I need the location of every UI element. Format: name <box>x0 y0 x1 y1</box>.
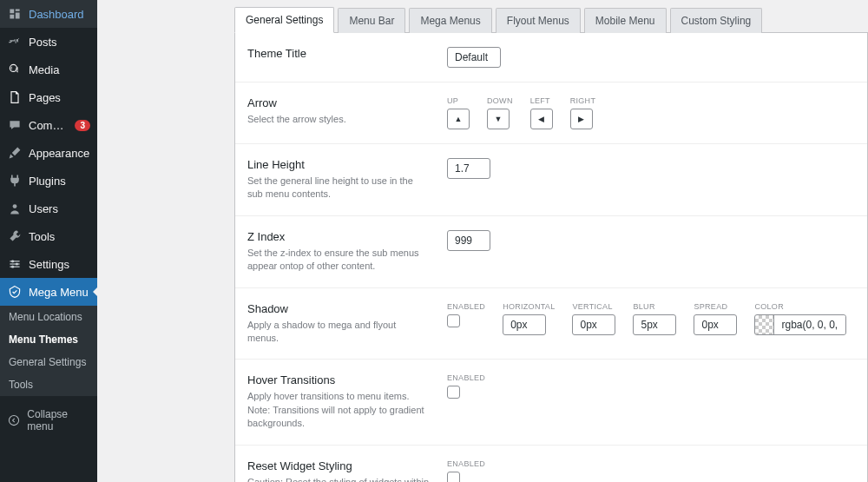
shadow-enabled-checkbox[interactable] <box>447 314 460 327</box>
shadow-blur-input[interactable] <box>633 314 676 335</box>
tab-mega-menus[interactable]: Mega Menus <box>409 8 491 33</box>
field-label: SPREAD <box>694 302 737 311</box>
sidebar-item-label: Dashboard <box>29 8 90 21</box>
sidebar-item-appearance[interactable]: Appearance <box>0 139 97 167</box>
row-title: Theme Title <box>247 47 430 60</box>
settings-panel: Theme Title Arrow Select the arrow style… <box>234 32 868 482</box>
sidebar-item-settings[interactable]: Settings <box>0 250 97 278</box>
row-title: Line Height <box>247 158 430 171</box>
row-desc: Set the general line height to use in th… <box>247 175 430 201</box>
tab-mobile-menu[interactable]: Mobile Menu <box>584 8 667 33</box>
hover-enabled-checkbox[interactable] <box>447 386 460 399</box>
field-label: COLOR <box>754 302 846 311</box>
sidebar-item-label: Pages <box>29 91 90 104</box>
tab-custom-styling[interactable]: Custom Styling <box>670 8 763 33</box>
row-title: Hover Transitions <box>247 373 430 386</box>
field-label: ENABLED <box>447 459 485 468</box>
comments-badge: 3 <box>75 120 90 131</box>
sidebar-item-label: Tools <box>29 230 90 243</box>
admin-sidebar: Dashboard Posts Media Pages Comments 3 A… <box>0 0 97 482</box>
svg-point-8 <box>10 415 19 425</box>
brush-icon <box>7 145 23 161</box>
megamenu-icon <box>7 284 23 300</box>
sidebar-item-tools[interactable]: Tools <box>0 222 97 250</box>
row-title: Shadow <box>247 302 430 315</box>
settings-icon <box>7 256 23 272</box>
sidebar-item-label: Posts <box>29 36 90 49</box>
collapse-icon <box>7 413 21 428</box>
row-desc: Apply hover transitions to menu items. N… <box>247 390 430 430</box>
row-desc: Apply a shadow to mega and flyout menus. <box>247 319 430 346</box>
field-label: LEFT <box>530 96 553 105</box>
media-icon <box>7 62 23 77</box>
arrow-down-button[interactable]: ▼ <box>487 109 510 129</box>
sidebar-item-users[interactable]: Users <box>0 195 97 222</box>
sidebar-item-label: Plugins <box>29 175 90 188</box>
shadow-spread-input[interactable] <box>694 314 737 335</box>
svg-point-6 <box>16 262 18 265</box>
theme-title-input[interactable] <box>447 47 501 68</box>
submenu-item-locations[interactable]: Menu Locations <box>0 306 97 328</box>
arrow-up-button[interactable]: ▲ <box>447 109 470 129</box>
row-title: Arrow <box>247 96 430 109</box>
row-line-height: Line Height Set the general line height … <box>235 144 867 216</box>
shadow-color-input[interactable] <box>774 315 845 334</box>
sidebar-item-label: Settings <box>29 258 90 271</box>
plugin-icon <box>7 173 23 188</box>
row-theme-title: Theme Title <box>235 33 867 83</box>
field-label: RIGHT <box>570 96 596 105</box>
collapse-menu-button[interactable]: Collapse menu <box>0 401 97 439</box>
row-desc: Select the arrow styles. <box>247 113 430 126</box>
pin-icon <box>7 34 23 50</box>
sidebar-item-label: Appearance <box>29 147 90 160</box>
sidebar-item-plugins[interactable]: Plugins <box>0 167 97 195</box>
tab-flyout-menus[interactable]: Flyout Menus <box>496 8 581 33</box>
comment-icon <box>7 117 23 133</box>
row-desc: Caution: Reset the styling of widgets wi… <box>247 476 430 482</box>
dashboard-icon <box>7 6 23 22</box>
main-content: General Settings Menu Bar Mega Menus Fly… <box>97 0 868 482</box>
submenu-item-tools[interactable]: Tools <box>0 373 97 396</box>
sidebar-item-media[interactable]: Media <box>0 56 97 83</box>
field-label: VERTICAL <box>572 302 615 311</box>
submenu-item-themes[interactable]: Menu Themes <box>0 328 97 351</box>
shadow-vertical-input[interactable] <box>572 314 615 335</box>
arrow-left-button[interactable]: ◀ <box>530 109 553 129</box>
svg-point-1 <box>13 204 17 208</box>
arrow-right-button[interactable]: ▶ <box>570 109 593 129</box>
shadow-color-picker[interactable] <box>754 314 846 335</box>
field-label: ENABLED <box>447 302 485 311</box>
row-reset-widget-styling: Reset Widget Styling Caution: Reset the … <box>235 446 867 482</box>
sidebar-item-megamenu[interactable]: Mega Menu <box>0 278 97 306</box>
tabs: General Settings Menu Bar Mega Menus Fly… <box>234 7 868 33</box>
line-height-input[interactable] <box>447 158 490 179</box>
page-icon <box>7 89 23 105</box>
shadow-horizontal-input[interactable] <box>503 314 546 335</box>
row-title: Z Index <box>247 230 430 243</box>
row-title: Reset Widget Styling <box>247 459 430 472</box>
sidebar-submenu: Menu Locations Menu Themes General Setti… <box>0 306 97 396</box>
sidebar-item-comments[interactable]: Comments 3 <box>0 111 97 139</box>
sidebar-item-posts[interactable]: Posts <box>0 28 97 56</box>
row-z-index: Z Index Set the z-index to ensure the su… <box>235 216 867 288</box>
field-label: BLUR <box>633 302 676 311</box>
tab-menu-bar[interactable]: Menu Bar <box>338 8 405 33</box>
sidebar-item-pages[interactable]: Pages <box>0 83 97 111</box>
transparency-swatch-icon <box>755 315 774 334</box>
reset-enabled-checkbox[interactable] <box>447 472 460 482</box>
sidebar-item-dashboard[interactable]: Dashboard <box>0 0 97 28</box>
field-label: HORIZONTAL <box>503 302 555 311</box>
row-shadow: Shadow Apply a shadow to mega and flyout… <box>235 288 867 360</box>
field-label: ENABLED <box>447 373 485 382</box>
collapse-label: Collapse menu <box>27 408 90 432</box>
svg-point-7 <box>11 266 14 268</box>
row-desc: Set the z-index to ensure the sub menus … <box>247 247 430 274</box>
sidebar-item-label: Mega Menu <box>29 286 90 299</box>
submenu-item-general[interactable]: General Settings <box>0 351 97 373</box>
svg-point-5 <box>11 260 14 262</box>
z-index-input[interactable] <box>447 230 490 251</box>
sidebar-item-label: Comments <box>29 119 67 132</box>
tab-general-settings[interactable]: General Settings <box>234 7 334 33</box>
row-arrow: Arrow Select the arrow styles. UP ▲ DOWN… <box>235 83 867 144</box>
sidebar-item-label: Users <box>29 202 90 215</box>
